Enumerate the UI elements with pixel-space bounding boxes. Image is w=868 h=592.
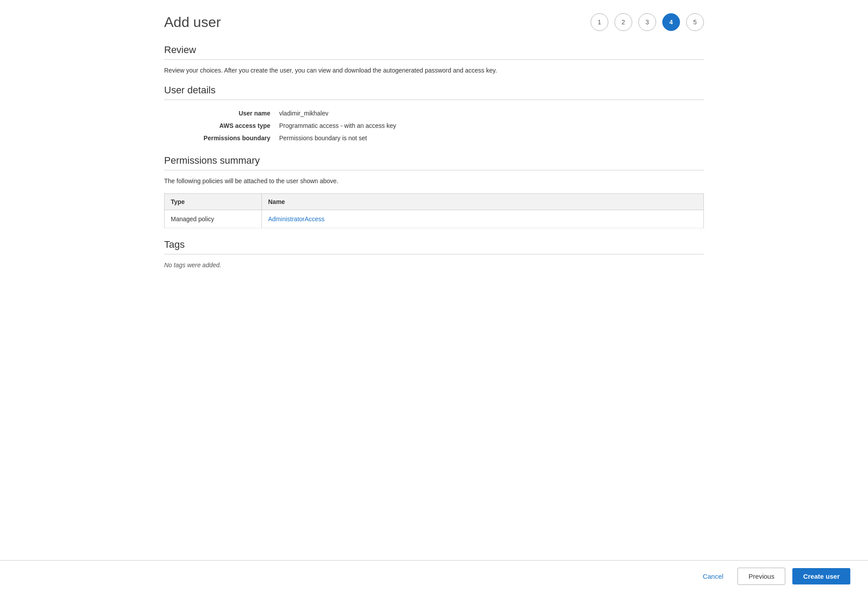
- tags-divider: [164, 254, 704, 254]
- permissions-table: Type Name Managed policy AdministratorAc…: [164, 193, 704, 228]
- permissions-summary-title: Permissions summary: [164, 155, 704, 166]
- permissions-summary-description: The following policies will be attached …: [164, 177, 704, 185]
- permissions-boundary-row: Permissions boundary Permissions boundar…: [164, 132, 704, 144]
- create-user-button[interactable]: Create user: [792, 568, 850, 584]
- review-title: Review: [164, 44, 704, 56]
- review-section: Review Review your choices. After you cr…: [164, 44, 704, 74]
- administrator-access-link[interactable]: AdministratorAccess: [268, 215, 325, 223]
- tags-empty-message: No tags were added.: [164, 261, 704, 269]
- user-name-value: vladimir_mikhalev: [279, 110, 328, 117]
- header: Add user 1 2 3 4 5: [164, 13, 704, 31]
- tags-section: Tags No tags were added.: [164, 239, 704, 269]
- review-divider: [164, 59, 704, 60]
- step-1[interactable]: 1: [591, 13, 608, 31]
- permissions-boundary-label: Permissions boundary: [164, 135, 279, 142]
- permissions-summary-section: Permissions summary The following polici…: [164, 155, 704, 228]
- user-details-section: User details User name vladimir_mikhalev…: [164, 85, 704, 144]
- page-container: Add user 1 2 3 4 5 Review Review your ch…: [146, 0, 722, 557]
- permissions-summary-divider: [164, 170, 704, 170]
- access-type-label: AWS access type: [164, 122, 279, 129]
- type-column-header: Type: [165, 194, 262, 210]
- page-title: Add user: [164, 14, 221, 31]
- previous-button[interactable]: Previous: [737, 568, 785, 585]
- user-details-title: User details: [164, 85, 704, 96]
- table-row: Managed policy AdministratorAccess: [165, 210, 704, 228]
- step-5[interactable]: 5: [686, 13, 704, 31]
- tags-title: Tags: [164, 239, 704, 250]
- footer-bar: Cancel Previous Create user: [0, 560, 868, 592]
- name-column-header: Name: [262, 194, 704, 210]
- cancel-button[interactable]: Cancel: [695, 569, 730, 584]
- step-indicators: 1 2 3 4 5: [591, 13, 704, 31]
- user-details-table: User name vladimir_mikhalev AWS access t…: [164, 107, 704, 144]
- step-4[interactable]: 4: [662, 13, 680, 31]
- user-name-label: User name: [164, 110, 279, 117]
- user-details-divider: [164, 100, 704, 100]
- user-name-row: User name vladimir_mikhalev: [164, 107, 704, 119]
- permissions-table-header-row: Type Name: [165, 194, 704, 210]
- policy-name-cell: AdministratorAccess: [262, 210, 704, 228]
- policy-type-cell: Managed policy: [165, 210, 262, 228]
- access-type-row: AWS access type Programmatic access - wi…: [164, 119, 704, 132]
- access-type-value: Programmatic access - with an access key: [279, 122, 396, 129]
- step-2[interactable]: 2: [615, 13, 632, 31]
- step-3[interactable]: 3: [638, 13, 656, 31]
- review-description: Review your choices. After you create th…: [164, 67, 704, 74]
- permissions-boundary-value: Permissions boundary is not set: [279, 135, 367, 142]
